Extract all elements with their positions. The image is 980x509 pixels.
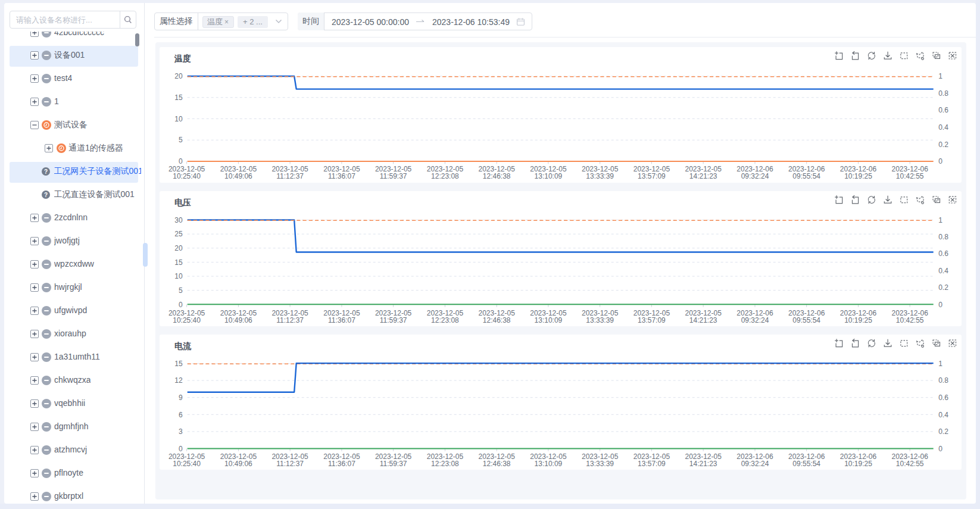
svg-text:11:59:37: 11:59:37 <box>380 460 407 468</box>
svg-text:25: 25 <box>175 230 183 238</box>
svg-text:11:36:07: 11:36:07 <box>328 172 355 180</box>
svg-text:09:55:54: 09:55:54 <box>793 172 821 180</box>
svg-text:10:19:25: 10:19:25 <box>844 460 872 468</box>
svg-text:09:32:24: 09:32:24 <box>741 460 769 468</box>
svg-text:13:33:39: 13:33:39 <box>586 172 614 180</box>
svg-text:13:57:09: 13:57:09 <box>638 316 666 324</box>
svg-text:15: 15 <box>175 359 183 367</box>
svg-text:10:49:06: 10:49:06 <box>224 172 252 180</box>
svg-text:0.6: 0.6 <box>938 106 948 114</box>
svg-text:13:33:39: 13:33:39 <box>586 460 614 468</box>
svg-text:14:21:23: 14:21:23 <box>689 316 717 324</box>
svg-text:12:23:08: 12:23:08 <box>431 460 459 468</box>
svg-text:11:36:07: 11:36:07 <box>328 316 355 324</box>
svg-text:20: 20 <box>175 72 183 80</box>
svg-text:11:12:37: 11:12:37 <box>276 316 304 324</box>
svg-text:10:25:40: 10:25:40 <box>173 460 201 468</box>
svg-text:12:46:38: 12:46:38 <box>483 460 511 468</box>
svg-text:09:55:54: 09:55:54 <box>793 460 821 468</box>
svg-text:14:21:23: 14:21:23 <box>689 460 717 468</box>
svg-text:11:12:37: 11:12:37 <box>276 172 304 180</box>
svg-text:09:32:24: 09:32:24 <box>741 172 769 180</box>
svg-text:0: 0 <box>938 444 942 452</box>
svg-text:20: 20 <box>175 243 183 252</box>
svg-text:10:42:55: 10:42:55 <box>896 316 924 324</box>
svg-text:13:33:39: 13:33:39 <box>586 316 614 324</box>
svg-text:09:55:54: 09:55:54 <box>793 316 821 324</box>
svg-text:11:12:37: 11:12:37 <box>276 460 304 468</box>
svg-text:13:57:09: 13:57:09 <box>638 172 666 180</box>
svg-text:9: 9 <box>179 393 183 401</box>
svg-text:0.4: 0.4 <box>938 410 948 419</box>
svg-text:3: 3 <box>179 427 183 436</box>
svg-text:0.6: 0.6 <box>938 393 948 401</box>
svg-text:12: 12 <box>175 376 183 385</box>
svg-text:10: 10 <box>175 272 183 280</box>
svg-text:14:21:23: 14:21:23 <box>689 172 717 180</box>
svg-text:10:42:55: 10:42:55 <box>896 172 924 180</box>
svg-text:10: 10 <box>175 115 183 123</box>
svg-text:13:10:09: 13:10:09 <box>535 460 563 468</box>
svg-text:10:19:25: 10:19:25 <box>844 172 872 180</box>
svg-text:10:49:06: 10:49:06 <box>224 460 252 468</box>
svg-text:0.8: 0.8 <box>938 233 948 241</box>
svg-text:0: 0 <box>179 444 183 452</box>
svg-text:12:46:38: 12:46:38 <box>483 316 511 324</box>
svg-text:11:36:07: 11:36:07 <box>328 460 355 468</box>
svg-text:12:23:08: 12:23:08 <box>431 172 459 180</box>
svg-text:15: 15 <box>175 258 183 266</box>
svg-text:12:46:38: 12:46:38 <box>483 172 511 180</box>
svg-text:0: 0 <box>179 300 183 308</box>
svg-text:1: 1 <box>938 359 942 367</box>
svg-text:12:23:08: 12:23:08 <box>431 316 459 324</box>
svg-text:0.2: 0.2 <box>938 283 948 292</box>
svg-text:5: 5 <box>179 286 183 294</box>
svg-text:15: 15 <box>175 93 183 102</box>
svg-text:30: 30 <box>175 216 183 224</box>
svg-text:0.2: 0.2 <box>938 140 948 149</box>
svg-text:0.8: 0.8 <box>938 89 948 98</box>
svg-text:6: 6 <box>179 410 183 419</box>
svg-text:5: 5 <box>179 136 183 144</box>
svg-text:10:19:25: 10:19:25 <box>844 316 872 324</box>
svg-text:0.2: 0.2 <box>938 427 948 436</box>
svg-text:11:59:37: 11:59:37 <box>380 172 407 180</box>
svg-text:09:32:24: 09:32:24 <box>741 316 769 324</box>
svg-text:1: 1 <box>938 72 942 80</box>
svg-text:0.6: 0.6 <box>938 249 948 258</box>
svg-text:10:49:06: 10:49:06 <box>224 316 252 324</box>
svg-text:10:42:55: 10:42:55 <box>896 460 924 468</box>
svg-text:0: 0 <box>938 157 942 165</box>
svg-text:10:25:40: 10:25:40 <box>173 172 201 180</box>
svg-text:13:10:09: 13:10:09 <box>535 316 563 324</box>
svg-text:0.4: 0.4 <box>938 123 948 132</box>
svg-text:13:57:09: 13:57:09 <box>638 460 666 468</box>
svg-text:0: 0 <box>938 300 942 308</box>
svg-text:11:59:37: 11:59:37 <box>380 316 407 324</box>
svg-text:10:25:40: 10:25:40 <box>173 316 201 324</box>
svg-text:1: 1 <box>938 216 942 224</box>
svg-text:0.8: 0.8 <box>938 376 948 385</box>
svg-text:0.4: 0.4 <box>938 266 948 274</box>
svg-text:13:10:09: 13:10:09 <box>535 172 563 180</box>
